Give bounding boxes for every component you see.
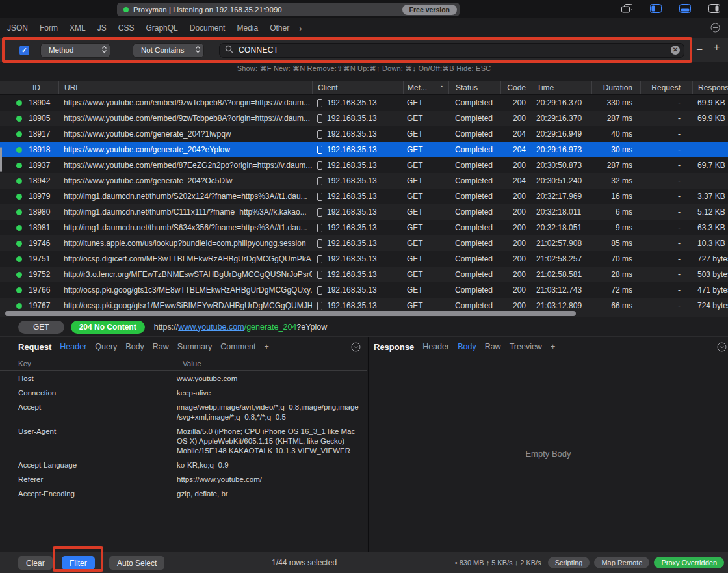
filter-column-dropdown[interactable]: Method [41, 44, 110, 57]
status-dot [16, 163, 22, 168]
cell-time: 21:02:57.908 [530, 235, 592, 251]
filter-button[interactable]: Filter [62, 556, 95, 570]
kv-column-key: Key [0, 360, 177, 367]
cell-time: 20:32:17.969 [530, 189, 592, 204]
column-header-request[interactable]: Request [640, 81, 692, 94]
request-tab-summary[interactable]: Summary [177, 342, 212, 351]
table-row[interactable]: 19746http://itunes.apple.com/us/lookup?b… [0, 235, 728, 251]
header-key: Accept [0, 403, 177, 422]
tabbar-more-chevron[interactable]: › [295, 23, 306, 33]
cell-client: 192.168.35.13 [312, 157, 403, 173]
table-row[interactable]: 19752http://r3.o.lencr.org/MFEwTzBNMEswS… [0, 267, 728, 282]
column-header-client[interactable]: Client [312, 81, 403, 94]
cell-time: 20:29:16.370 [530, 95, 592, 111]
request-tab-query[interactable]: Query [95, 342, 117, 351]
header-value: ko-KR,ko;q=0.9 [177, 460, 367, 470]
filetype-tab-xml[interactable]: XML [64, 23, 92, 33]
filetype-tab-json[interactable]: JSON [1, 23, 34, 33]
cell-client-text: 192.168.35.13 [327, 270, 377, 279]
toggle-bottom-panel-icon[interactable] [679, 4, 691, 13]
device-icon [317, 99, 322, 107]
response-pane: Response HeaderBodyRawTreeview+ Empty Bo… [368, 337, 728, 552]
filter-search-field[interactable]: ✕ [219, 43, 684, 58]
table-row[interactable]: 18918https://www.youtube.com/generate_20… [0, 142, 728, 157]
table-row[interactable]: 18904https://www.youtube.com/embed/9zwTc… [0, 95, 728, 111]
cell-code: 200 [500, 220, 530, 235]
request-tab-plus[interactable]: + [265, 342, 269, 351]
cell-client: 192.168.35.13 [312, 251, 403, 267]
filetype-tab-form[interactable]: Form [34, 23, 64, 33]
cell-id-text: 18980 [29, 207, 50, 217]
response-tab-body[interactable]: Body [458, 342, 476, 351]
request-tab-body[interactable]: Body [125, 342, 144, 351]
request-pane-options-icon[interactable] [351, 342, 361, 354]
response-tab-treeview[interactable]: Treeview [510, 342, 542, 351]
table-row[interactable]: 18905https://www.youtube.com/embed/9zwTc… [0, 111, 728, 126]
cell-status: Completed [448, 298, 500, 310]
header-value: gzip, deflate, br [177, 489, 367, 499]
badge-proxy-overridden[interactable]: Proxy Overridden [654, 557, 724, 568]
cell-client: 192.168.35.13 [312, 95, 403, 111]
table-row[interactable]: 19767http://ocsp.pki.goog/gtsr1/MEwwSiBI… [0, 298, 728, 310]
request-tab-header[interactable]: Header [60, 342, 86, 351]
response-tab-plus[interactable]: + [551, 342, 555, 351]
cell-url: http://ocsp.pki.goog/gts1c3/ME8wTTBLMEkw… [58, 282, 312, 298]
add-filter-button[interactable]: + [714, 42, 720, 53]
cell-client-text: 192.168.35.13 [327, 192, 377, 201]
column-header-method[interactable]: Met... ⌃ [403, 81, 448, 94]
response-tab-header[interactable]: Header [422, 342, 449, 351]
table-row[interactable]: 18942https://www.youtube.com/generate_20… [0, 173, 728, 189]
table-row[interactable]: 18979http://img1.daumcdn.net/thumb/S202x… [0, 189, 728, 204]
url-host[interactable]: www.youtube.com [178, 323, 244, 332]
device-icon [317, 239, 322, 248]
header-value: image/webp,image/avif,video/*;q=0.8,imag… [177, 403, 367, 422]
table-row[interactable]: 19751http://ocsp.digicert.com/ME8wTTBLME… [0, 251, 728, 267]
column-header-url[interactable]: URL [58, 81, 312, 94]
statusbar-badges: ScriptingMap RemoteProxy Overridden [548, 557, 724, 568]
filter-enabled-checkbox[interactable]: ✓ [20, 46, 29, 55]
badge-scripting[interactable]: Scripting [548, 557, 590, 568]
column-header-time[interactable]: Time [530, 81, 592, 94]
table-row[interactable]: 19766http://ocsp.pki.goog/gts1c3/ME8wTTB… [0, 282, 728, 298]
filetype-tab-js[interactable]: JS [92, 23, 112, 33]
request-tab-comment[interactable]: Comment [220, 342, 255, 351]
clear-search-icon[interactable]: ✕ [671, 46, 680, 55]
table-row[interactable]: 18981http://img1.daumcdn.net/thumb/S634x… [0, 220, 728, 235]
filetype-tab-document[interactable]: Document [184, 23, 231, 33]
filter-search-input[interactable] [237, 45, 667, 55]
cell-client: 192.168.35.13 [312, 126, 403, 142]
cell-client: 192.168.35.13 [312, 220, 403, 235]
cell-id-text: 18942 [29, 176, 50, 185]
column-header-duration[interactable]: Duration [592, 81, 640, 94]
response-pane-options-icon[interactable] [717, 342, 727, 354]
filetype-tab-css[interactable]: CSS [112, 23, 140, 33]
table-row[interactable]: 18980http://img1.daumcdn.net/thumb/C111x… [0, 204, 728, 220]
remove-filter-button[interactable]: – [697, 43, 702, 54]
header-key: Accept-Encoding [0, 489, 177, 499]
cell-method: GET [403, 189, 448, 204]
badge-map-remote[interactable]: Map Remote [594, 557, 649, 568]
filetype-tab-media[interactable]: Media [231, 23, 264, 33]
request-tab-raw[interactable]: Raw [153, 342, 169, 351]
cell-time: 20:32:18.011 [530, 204, 592, 220]
column-header-response[interactable]: Response [692, 81, 728, 94]
table-row[interactable]: 18917https://www.youtube.com/generate_20… [0, 126, 728, 142]
column-header-status[interactable]: Status [448, 81, 500, 94]
copy-windows-icon[interactable] [621, 4, 632, 13]
cell-duration: 287 ms [592, 111, 640, 126]
auto-select-button[interactable]: Auto Select [109, 556, 164, 570]
device-icon [317, 161, 322, 170]
table-row[interactable]: 18937https://www.youtube.com/embed/87EeZ… [0, 157, 728, 173]
cell-request: - [640, 298, 692, 310]
response-tab-raw[interactable]: Raw [485, 342, 501, 351]
filetype-tab-other[interactable]: Other [264, 23, 295, 33]
filetype-tab-graphql[interactable]: GraphQL [140, 23, 183, 33]
column-header-id[interactable]: ID [0, 81, 58, 94]
more-options-icon[interactable] [710, 23, 720, 35]
column-header-code[interactable]: Code [500, 81, 530, 94]
horizontal-scrollbar-thumb[interactable] [5, 311, 576, 316]
toggle-left-panel-icon[interactable] [650, 4, 662, 13]
clear-button[interactable]: Clear [18, 556, 53, 570]
filter-operator-dropdown[interactable]: Not Contains [133, 44, 203, 57]
toggle-right-panel-icon[interactable] [708, 4, 720, 13]
